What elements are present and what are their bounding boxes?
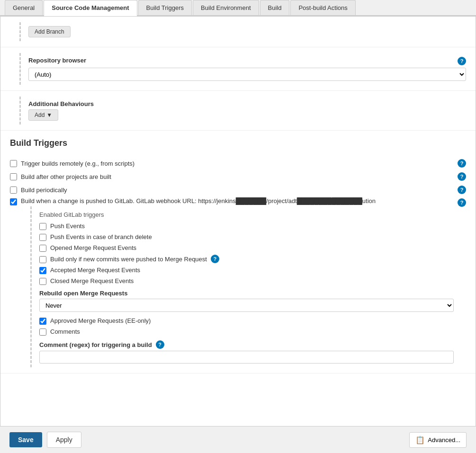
tab-build[interactable]: Build (260, 0, 290, 15)
notepad-icon: 📋 (415, 435, 425, 444)
repository-browser-label: Repository browser (28, 57, 86, 64)
comment-trigger-label: Comment (regex) for triggering a build (39, 341, 152, 348)
comments-label[interactable]: Comments (50, 328, 80, 335)
enabled-gitlab-triggers-label: Enabled GitLab triggers (39, 211, 454, 218)
push-events-branch-delete-row: Push Events in case of branch delete (39, 232, 454, 242)
trigger-remotely-label[interactable]: Trigger builds remotely (e.g., from scri… (21, 160, 135, 167)
build-new-commits-help-icon[interactable]: ? (211, 255, 219, 263)
gitlab-trigger-label-prefix: Build when a change is pushed to GitLab.… (21, 197, 236, 204)
push-branch-delete-checkbox[interactable] (39, 234, 46, 241)
trigger-remotely-checkbox[interactable] (10, 160, 17, 167)
tab-source-code-management[interactable]: Source Code Management (44, 0, 137, 16)
rebuild-open-mr-section: Rebuild open Merge Requests NeverOn push… (39, 290, 454, 312)
build-triggers-section: Trigger builds remotely (e.g., from scri… (0, 152, 476, 373)
build-after-help-icon[interactable]: ? (458, 172, 466, 181)
accepted-mr-row: Accepted Merge Request Events (39, 265, 454, 275)
build-periodically-help-icon[interactable]: ? (458, 186, 466, 194)
closed-mr-checkbox[interactable] (39, 278, 46, 285)
comments-row: Comments (39, 327, 454, 337)
build-periodically-label[interactable]: Build periodically (21, 187, 67, 194)
build-new-commits-row: Build only if new commits were pushed to… (39, 254, 454, 264)
build-triggers-title: Build Triggers (0, 131, 476, 152)
build-after-checkbox[interactable] (10, 173, 17, 180)
build-new-commits-label[interactable]: Build only if new commits were pushed to… (50, 256, 207, 263)
save-button[interactable]: Save (9, 432, 42, 447)
rebuild-open-mr-label: Rebuild open Merge Requests (39, 290, 454, 297)
push-branch-delete-label[interactable]: Push Events in case of branch delete (50, 233, 152, 240)
opened-mr-label[interactable]: Opened Merge Request Events (50, 244, 136, 251)
build-new-commits-checkbox[interactable] (39, 256, 46, 263)
comment-trigger-section: Comment (regex) for triggering a build ?… (39, 340, 454, 364)
closed-mr-row: Closed Merge Request Events (39, 276, 454, 286)
tab-build-triggers[interactable]: Build Triggers (138, 0, 192, 15)
build-after-row: Build after other projects are built ? (10, 171, 466, 182)
comments-checkbox[interactable] (39, 329, 46, 336)
accepted-mr-checkbox[interactable] (39, 267, 46, 274)
opened-mr-row: Opened Merge Request Events (39, 243, 454, 253)
build-after-label[interactable]: Build after other projects are built (21, 173, 111, 180)
apply-button[interactable]: Apply (47, 432, 81, 448)
trigger-remotely-help-icon[interactable]: ? (458, 159, 466, 168)
approved-mr-label[interactable]: Approved Merge Requests (EE-only) (50, 317, 151, 324)
comment-trigger-help-icon[interactable]: ? (156, 340, 164, 349)
closed-mr-label[interactable]: Closed Merge Request Events (50, 277, 134, 284)
gitlab-subtriggers: Enabled GitLab triggers Push Events Push… (30, 206, 454, 367)
tab-bar: General Source Code Management Build Tri… (0, 0, 476, 16)
gitlab-masked-2: ████████ (297, 197, 332, 204)
repository-browser-select[interactable]: (Auto) (28, 68, 466, 81)
additional-behaviours-label: Additional Behaviours (28, 100, 466, 107)
build-periodically-row: Build periodically ? (10, 184, 466, 195)
opened-mr-checkbox[interactable] (39, 245, 46, 252)
tab-general[interactable]: General (5, 0, 43, 15)
accepted-mr-label[interactable]: Accepted Merge Request Events (50, 266, 140, 274)
bottom-bar: Save Apply 📋 Advanced... (0, 426, 476, 453)
gitlab-masked-3: ███████ (332, 197, 362, 204)
push-events-checkbox[interactable] (39, 223, 46, 230)
advanced-label: Advanced... (428, 436, 460, 444)
gitlab-url-middle: /project/adt (266, 197, 296, 204)
tab-build-environment[interactable]: Build Environment (193, 0, 259, 15)
gitlab-label-suffix: ution (362, 197, 376, 204)
gitlab-trigger-checkbox[interactable] (10, 198, 17, 205)
additional-behaviours-section: Additional Behaviours Add ▼ (0, 91, 476, 131)
push-events-label[interactable]: Push Events (50, 222, 85, 230)
add-behaviour-button[interactable]: Add ▼ (28, 109, 58, 121)
repository-browser-help-icon[interactable]: ? (458, 57, 466, 65)
add-branch-button[interactable]: Add Branch (28, 26, 71, 37)
build-periodically-checkbox[interactable] (10, 187, 17, 194)
tab-post-build-actions[interactable]: Post-build Actions (290, 0, 355, 15)
approved-mr-row: Approved Merge Requests (EE-only) (39, 316, 454, 326)
gitlab-trigger-row: Build when a change is pushed to GitLab.… (10, 197, 466, 367)
approved-mr-checkbox[interactable] (39, 318, 46, 325)
repository-browser-section: Repository browser ? (Auto) (0, 47, 476, 91)
rebuild-open-mr-select[interactable]: NeverOn push to source branchOn push to … (39, 299, 454, 312)
gitlab-trigger-help-icon[interactable]: ? (458, 198, 466, 207)
main-content: Add Branch Repository browser ? (Auto) A… (0, 16, 476, 442)
push-events-row: Push Events (39, 221, 454, 231)
gitlab-masked-1: ███████ (236, 197, 266, 204)
advanced-button[interactable]: 📋 Advanced... (409, 432, 467, 448)
comment-trigger-input[interactable]: Jenkins please retry a build (39, 351, 454, 364)
add-branch-section: Add Branch (0, 17, 476, 47)
gitlab-trigger-content: Build when a change is pushed to GitLab.… (21, 197, 454, 367)
trigger-remotely-row: Trigger builds remotely (e.g., from scri… (10, 158, 466, 169)
dropdown-arrow-icon: ▼ (46, 112, 52, 118)
